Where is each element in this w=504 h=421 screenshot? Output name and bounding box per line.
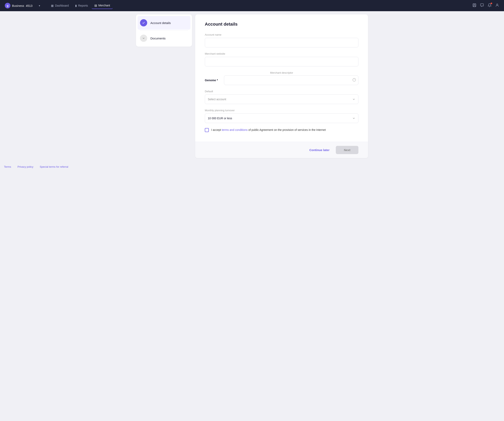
nav-reports[interactable]: ▮ Reports	[72, 2, 91, 9]
merchant-website-input[interactable]	[205, 57, 358, 67]
sidebar-item-account-details-label: Account details	[150, 21, 171, 24]
privacy-policy-footer-link[interactable]: Privacy policy	[17, 165, 33, 168]
terms-checkbox[interactable]	[205, 128, 209, 132]
monthly-turnover-select[interactable]: 10 000 EUR or less 10 001 - 50 000 EUR 5…	[205, 113, 358, 123]
terms-label: I accept terms and conditions of public …	[211, 128, 326, 132]
user-icon[interactable]	[495, 3, 499, 8]
continue-later-button[interactable]: Continue later	[306, 146, 333, 154]
svg-rect-1	[480, 4, 484, 6]
monthly-turnover-label: Monthly planning turnover	[205, 109, 358, 112]
content-area: Account details Account name Merchant we…	[195, 14, 368, 158]
brand-id: 4513	[26, 4, 32, 7]
merchant-website-label: Merchant website	[205, 52, 358, 55]
default-label: Default	[205, 90, 358, 93]
brand-name: Business	[12, 4, 24, 7]
svg-rect-0	[473, 4, 476, 6]
svg-point-2	[497, 4, 498, 5]
merchant-descriptor-section: Merchant descriptor Genome *	[205, 71, 358, 85]
merchant-website-group: Merchant website	[205, 52, 358, 67]
special-terms-footer-link[interactable]: Special terms for referral	[40, 165, 68, 168]
main-nav: ▦ Dashboard ▮ Reports ▤ Merchant	[48, 2, 113, 9]
dropdown-arrow-icon: ▾	[39, 4, 40, 7]
nav-merchant[interactable]: ▤ Merchant	[92, 2, 113, 9]
notification-icon[interactable]	[488, 3, 492, 8]
top-navigation: g Business 4513 ▾ ▦ Dashboard ▮ Reports …	[0, 0, 504, 11]
terms-link[interactable]: terms and conditions	[222, 128, 248, 131]
page-title: Account details	[205, 22, 358, 27]
sidebar-item-documents-icon	[140, 35, 147, 42]
next-button[interactable]: Next	[336, 146, 358, 154]
terms-label-before: I accept	[211, 128, 222, 131]
info-icon[interactable]	[352, 78, 356, 82]
descriptor-row: Genome *	[205, 75, 358, 85]
sidebar-item-documents[interactable]: Documents	[138, 31, 190, 45]
sidebar-item-account-details-icon	[140, 19, 147, 26]
descriptor-input-wrapper	[224, 75, 358, 85]
reports-icon: ▮	[75, 4, 77, 7]
content-footer: Continue later Next	[195, 142, 368, 158]
sidebar-item-account-details[interactable]: Account details	[138, 16, 190, 30]
nav-right-actions	[472, 3, 499, 8]
chat-icon[interactable]	[480, 3, 484, 8]
default-account-select[interactable]: Select account	[205, 94, 358, 104]
default-account-group: Default Select account	[205, 90, 358, 104]
main-layout: Account details Documents Account detail…	[132, 11, 372, 161]
content-body: Account details Account name Merchant we…	[195, 14, 368, 142]
save-icon[interactable]	[472, 3, 476, 8]
brand-logo[interactable]: g Business 4513	[5, 3, 32, 8]
merchant-descriptor-label: Merchant descriptor	[205, 71, 358, 74]
terms-label-after: of public Agreement on the provision of …	[248, 128, 326, 131]
sidebar: Account details Documents	[136, 14, 192, 158]
dashboard-icon: ▦	[51, 4, 54, 7]
brand-icon: g	[5, 3, 10, 8]
bottom-links: Terms Privacy policy Special terms for r…	[0, 161, 504, 170]
genome-label: Genome *	[205, 79, 221, 82]
monthly-turnover-group: Monthly planning turnover 10 000 EUR or …	[205, 109, 358, 123]
genome-input[interactable]	[224, 75, 358, 85]
account-name-input[interactable]	[205, 38, 358, 47]
nav-dashboard[interactable]: ▦ Dashboard	[48, 2, 72, 9]
merchant-icon: ▤	[94, 4, 97, 7]
sidebar-item-documents-label: Documents	[150, 37, 166, 40]
notification-badge	[491, 3, 492, 4]
terms-checkbox-row: I accept terms and conditions of public …	[205, 128, 358, 132]
terms-footer-link[interactable]: Terms	[4, 165, 11, 168]
sidebar-card: Account details Documents	[136, 14, 192, 47]
account-name-label: Account name	[205, 33, 358, 36]
account-name-group: Account name	[205, 33, 358, 47]
business-dropdown[interactable]: ▾	[39, 4, 40, 7]
